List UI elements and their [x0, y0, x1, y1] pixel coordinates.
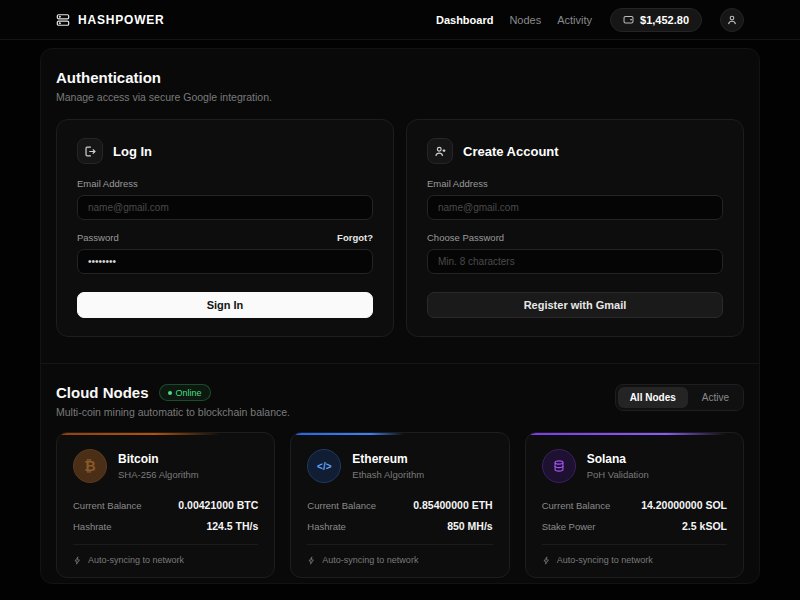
online-dot-icon: [168, 391, 172, 395]
cloud-nodes-title: Cloud Nodes: [56, 384, 149, 401]
ethereum-accent-bar: [291, 433, 404, 435]
node-algorithm: SHA-256 Algorithm: [118, 469, 199, 480]
register-password-input[interactable]: [427, 249, 723, 274]
sync-bolt-icon: [307, 556, 316, 565]
sign-in-button[interactable]: Sign In: [77, 292, 373, 318]
node-card-bitcoin[interactable]: ₿ Bitcoin SHA-256 Algorithm Current Bala…: [56, 432, 275, 578]
sync-status-text: Auto-syncing to network: [557, 555, 653, 565]
add-user-icon: [427, 138, 453, 164]
register-with-gmail-button[interactable]: Register with Gmail: [427, 292, 723, 318]
login-password-input[interactable]: [77, 249, 373, 274]
server-icon: [56, 13, 70, 27]
solana-icon: [542, 449, 576, 483]
filter-all-nodes[interactable]: All Nodes: [618, 387, 688, 408]
brand: HASHPOWER: [56, 13, 165, 27]
authentication-section: Authentication Manage access via secure …: [56, 69, 744, 337]
main-content: Authentication Manage access via secure …: [40, 48, 760, 584]
online-status-label: Online: [176, 388, 202, 398]
authentication-subtitle: Manage access via secure Google integrat…: [56, 91, 744, 103]
login-email-input[interactable]: [77, 195, 373, 220]
cloud-nodes-subtitle: Multi-coin mining automatic to blockchai…: [56, 406, 290, 418]
stat-label: Stake Power: [542, 521, 596, 532]
login-card: Log In Email Address Password Forgot? Si…: [56, 119, 394, 337]
node-algorithm: PoH Validation: [587, 469, 649, 480]
solana-accent-bar: [526, 433, 726, 435]
login-password-label: Password: [77, 232, 119, 243]
node-name: Solana: [587, 452, 649, 466]
sync-bolt-icon: [73, 556, 82, 565]
stat-label: Current Balance: [73, 500, 142, 511]
avatar[interactable]: [720, 8, 744, 32]
online-status-badge: Online: [159, 384, 211, 401]
stat-label: Current Balance: [542, 500, 611, 511]
node-card-solana[interactable]: Solana PoH Validation Current Balance 14…: [525, 432, 744, 578]
stat-value: 0.00421000 BTC: [178, 499, 258, 511]
nav-item-activity[interactable]: Activity: [557, 14, 592, 26]
forgot-password-link[interactable]: Forgot?: [337, 232, 373, 243]
stat-value: 2.5 kSOL: [682, 520, 727, 532]
bitcoin-icon: ₿: [73, 449, 107, 483]
stat-label: Hashrate: [307, 521, 346, 532]
nav-item-nodes[interactable]: Nodes: [509, 14, 541, 26]
register-card-title: Create Account: [463, 144, 559, 159]
register-card: Create Account Email Address Choose Pass…: [406, 119, 744, 337]
sync-bolt-icon: [542, 556, 551, 565]
node-filter-segmented-control: All Nodes Active: [615, 384, 744, 411]
stat-label: Hashrate: [73, 521, 112, 532]
login-email-label: Email Address: [77, 178, 138, 189]
wallet-balance-value: $1,452.80: [640, 14, 689, 26]
ethereum-icon: </>: [307, 449, 341, 483]
stat-value: 0.85400000 ETH: [413, 499, 492, 511]
node-name: Bitcoin: [118, 452, 199, 466]
stat-label: Current Balance: [307, 500, 376, 511]
stat-value: 850 MH/s: [447, 520, 493, 532]
wallet-icon: [623, 14, 634, 25]
section-divider: [41, 363, 759, 364]
node-algorithm: Ethash Algorithm: [352, 469, 424, 480]
top-navbar: HASHPOWER Dashboard Nodes Activity $1,45…: [0, 0, 800, 40]
brand-name: HASHPOWER: [78, 13, 165, 27]
login-card-title: Log In: [113, 144, 152, 159]
register-email-label: Email Address: [427, 178, 488, 189]
authentication-title: Authentication: [56, 69, 744, 86]
sync-status-text: Auto-syncing to network: [88, 555, 184, 565]
register-email-input[interactable]: [427, 195, 723, 220]
nav-links: Dashboard Nodes Activity: [436, 14, 592, 26]
node-card-ethereum[interactable]: </> Ethereum Ethash Algorithm Current Ba…: [290, 432, 509, 578]
node-name: Ethereum: [352, 452, 424, 466]
nav-item-dashboard[interactable]: Dashboard: [436, 14, 493, 26]
wallet-balance-pill[interactable]: $1,452.80: [610, 8, 702, 32]
register-password-label: Choose Password: [427, 232, 504, 243]
sync-status-text: Auto-syncing to network: [322, 555, 418, 565]
filter-active[interactable]: Active: [690, 387, 741, 408]
stat-value: 14.20000000 SOL: [641, 499, 727, 511]
cloud-nodes-section: Cloud Nodes Online Multi-coin mining aut…: [56, 384, 744, 578]
bitcoin-accent-bar: [57, 433, 220, 435]
login-icon: [77, 138, 103, 164]
stat-value: 124.5 TH/s: [206, 520, 258, 532]
